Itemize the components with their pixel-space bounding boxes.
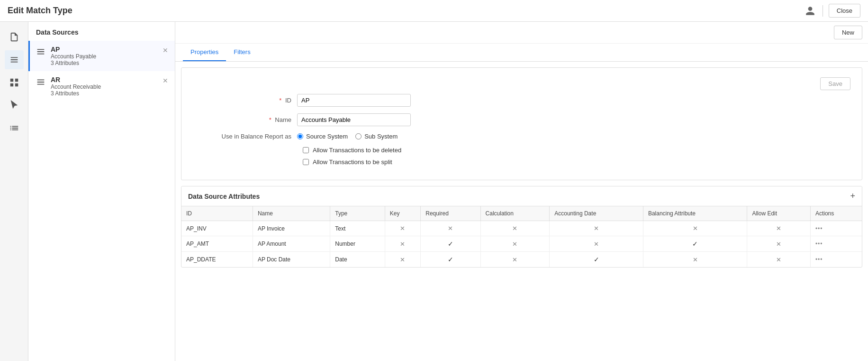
content-area: New Properties Filters Save * [175,22,868,361]
sidebar-icon-cursor[interactable] [5,96,24,115]
row-0-allow-edit: ✕ [747,221,811,236]
row-1-key: ✕ [385,236,421,252]
x-mark: ✕ [776,241,781,248]
sidebar-icon-datasource[interactable] [5,50,24,69]
row-2-accounting-date: ✓ [550,252,643,268]
datasource-name-ar: Account Receivable [51,83,101,90]
data-sources-panel: Data Sources AP Accounts Payable 3 Attri… [28,22,175,361]
page-title: Edit Match Type [8,6,72,16]
row-1-type: Number [330,236,385,252]
row-2-id: AP_DDATE [181,252,253,268]
attributes-section: Data Source Attributes + ID Name Type Ke… [181,186,862,268]
form-row-balance: Use in Balance Report as Source System S… [193,133,850,140]
datasource-close-ap[interactable]: ✕ [162,46,169,55]
name-input[interactable] [297,113,411,126]
close-button[interactable]: Close [829,4,860,18]
source-system-label: Source System [306,133,348,140]
data-source-list: AP Accounts Payable 3 Attributes ✕ [28,41,175,361]
datasource-close-ar[interactable]: ✕ [162,76,169,85]
sub-system-radio[interactable] [355,133,362,139]
row-0-actions[interactable]: ••• [810,221,862,236]
x-mark: ✕ [448,225,453,232]
x-mark: ✕ [594,225,599,232]
row-0-accounting-date: ✕ [550,221,643,236]
table-row: AP_AMTAP AmountNumber✕✓✕✕✓✕••• [181,236,862,252]
x-mark: ✕ [512,256,517,263]
check-mark: ✓ [594,256,599,263]
row-0-type: Text [330,221,385,236]
allow-deleted-row: Allow Transactions to be deleted [303,147,850,154]
form-row-name: * Name [193,113,850,126]
balance-label: Use in Balance Report as [193,133,297,140]
col-header-required: Required [421,206,480,221]
id-input[interactable] [297,94,411,107]
x-mark: ✕ [594,241,599,248]
data-source-item-ap[interactable]: AP Accounts Payable 3 Attributes ✕ [28,41,175,71]
x-mark: ✕ [512,225,517,232]
row-actions-menu[interactable]: ••• [815,241,823,247]
col-header-accounting-date: Accounting Date [550,206,643,221]
datasource-id-ap: AP [51,46,96,53]
user-icon[interactable] [804,4,817,18]
sub-system-label: Sub System [364,133,398,140]
attributes-title: Data Source Attributes [188,193,260,200]
allow-deleted-label[interactable]: Allow Transactions to be deleted [313,147,401,154]
row-2-actions[interactable]: ••• [810,252,862,268]
x-mark: ✕ [400,241,405,248]
col-header-name: Name [253,206,330,221]
row-2-allow-edit: ✕ [747,252,811,268]
row-1-calculation: ✕ [480,236,550,252]
datasource-attrs-ar: 3 Attributes [51,90,101,97]
row-actions-menu[interactable]: ••• [815,256,823,263]
col-header-calculation: Calculation [480,206,550,221]
sub-system-radio-label[interactable]: Sub System [355,133,398,140]
row-0-required: ✕ [421,221,480,236]
attributes-table: ID Name Type Key Required Calculation Ac… [181,206,862,267]
sidebar-icon-grid[interactable] [5,73,24,92]
balance-radio-group: Source System Sub System [297,133,398,140]
new-btn-row: New [175,22,868,44]
required-star-name: * [269,116,271,123]
row-0-key: ✕ [385,221,421,236]
name-label: * Name [193,116,297,123]
row-2-key: ✕ [385,252,421,268]
new-button[interactable]: New [834,26,862,39]
sidebar-icon-list[interactable] [5,119,24,138]
sidebar-icon-document[interactable] [5,28,24,46]
col-header-balancing-attribute: Balancing Attribute [643,206,747,221]
data-source-item-ar[interactable]: AR Account Receivable 3 Attributes ✕ [28,71,175,102]
allow-split-checkbox[interactable] [303,159,309,165]
row-2-balancing-attribute: ✕ [643,252,747,268]
allow-deleted-checkbox[interactable] [303,147,309,153]
datasource-attrs-ap: 3 Attributes [51,60,96,66]
id-label-text: ID [285,97,291,104]
tab-filters[interactable]: Filters [226,44,258,61]
table-row: AP_INVAP InvoiceText✕✕✕✕✕✕••• [181,221,862,236]
row-0-calculation: ✕ [480,221,550,236]
col-header-actions: Actions [810,206,862,221]
row-1-allow-edit: ✕ [747,236,811,252]
data-source-item-ap-left: AP Accounts Payable 3 Attributes [36,46,96,66]
tab-properties[interactable]: Properties [183,44,226,61]
source-system-radio-label[interactable]: Source System [297,133,348,140]
form-row-id: * ID [193,94,850,107]
source-system-radio[interactable] [297,133,303,139]
row-1-actions[interactable]: ••• [810,236,862,252]
name-label-text: Name [275,116,291,123]
x-mark: ✕ [693,256,698,263]
add-attribute-icon[interactable]: + [850,191,855,201]
tab-bar: Properties Filters [175,44,868,62]
data-source-item-ar-left: AR Account Receivable 3 Attributes [36,76,101,97]
save-button[interactable]: Save [820,77,850,90]
form-section: Save * ID * Name [181,67,862,180]
row-1-name: AP Amount [253,236,330,252]
allow-split-label[interactable]: Allow Transactions to be split [313,158,392,166]
datasource-name-ap: Accounts Payable [51,53,96,60]
row-actions-menu[interactable]: ••• [815,225,823,232]
row-0-id: AP_INV [181,221,253,236]
datasource-icon-ap [36,46,46,58]
required-star-id: * [279,97,281,104]
table-row: AP_DDATEAP Doc DateDate✕✓✕✓✕✕••• [181,252,862,268]
data-sources-title: Data Sources [28,22,175,41]
row-1-id: AP_AMT [181,236,253,252]
